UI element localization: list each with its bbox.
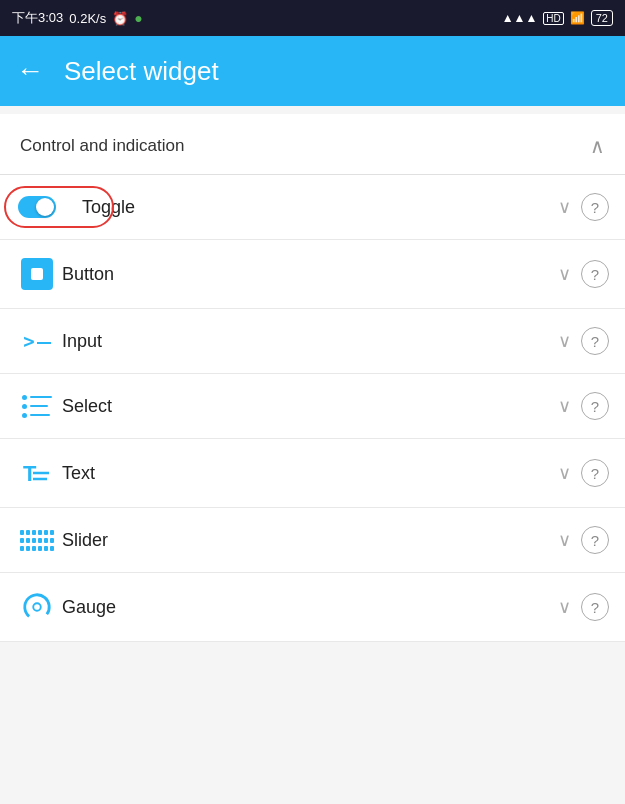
button-icon-inner (31, 268, 43, 280)
hd-badge: HD (543, 12, 563, 25)
input-help-button[interactable]: ? (581, 327, 609, 355)
widget-item-gauge[interactable]: Gauge ∨ ? (0, 573, 625, 642)
gauge-actions: ∨ ? (558, 593, 609, 621)
text-icon-container: T (16, 457, 58, 489)
toggle-icon-container (16, 196, 58, 218)
slider-actions: ∨ ? (558, 526, 609, 554)
svg-point-4 (33, 603, 41, 611)
toggle-label: Toggle (78, 197, 558, 218)
gauge-label: Gauge (58, 597, 558, 618)
signal-icon: ▲▲▲ (502, 11, 538, 25)
widget-item-toggle[interactable]: Toggle ∨ ? (0, 175, 625, 240)
button-help-button[interactable]: ? (581, 260, 609, 288)
toggle-expand-icon[interactable]: ∨ (558, 196, 571, 218)
gauge-icon-container (16, 591, 58, 623)
widget-item-text[interactable]: T Text ∨ ? (0, 439, 625, 508)
page-title: Select widget (64, 56, 219, 87)
back-button[interactable]: ← (16, 57, 44, 85)
slider-label: Slider (58, 530, 558, 551)
text-expand-icon[interactable]: ∨ (558, 462, 571, 484)
select-line-1 (22, 395, 52, 400)
button-label: Button (58, 264, 558, 285)
select-line-2 (22, 404, 52, 409)
text-help-button[interactable]: ? (581, 459, 609, 487)
battery-indicator: 72 (591, 10, 613, 26)
section-title: Control and indication (20, 136, 184, 156)
text-icon: T (21, 457, 53, 489)
widget-item-button[interactable]: Button ∨ ? (0, 240, 625, 309)
slider-help-button[interactable]: ? (581, 526, 609, 554)
input-icon-container: > (16, 330, 58, 352)
input-actions: ∨ ? (558, 327, 609, 355)
gauge-icon (21, 591, 53, 623)
select-icon-container (16, 393, 58, 420)
section-header[interactable]: Control and indication ∧ (0, 114, 625, 175)
status-network: 0.2K/s (69, 11, 106, 26)
toggle-help-button[interactable]: ? (581, 193, 609, 221)
slider-icon (20, 530, 54, 551)
toggle-highlight (18, 196, 56, 218)
text-actions: ∨ ? (558, 459, 609, 487)
widget-item-input[interactable]: > Input ∨ ? (0, 309, 625, 374)
wifi-icon: 📶 (570, 11, 585, 25)
status-time: 下午3:03 (12, 9, 63, 27)
status-bar: 下午3:03 0.2K/s ⏰ ● ▲▲▲ HD 📶 72 (0, 0, 625, 36)
button-actions: ∨ ? (558, 260, 609, 288)
widget-item-select[interactable]: Select ∨ ? (0, 374, 625, 439)
button-icon-container (16, 258, 58, 290)
button-icon (21, 258, 53, 290)
dot-icon: ● (134, 10, 142, 26)
input-icon: > (23, 330, 50, 352)
content-area: Control and indication ∧ Toggle ∨ ? Butt… (0, 114, 625, 642)
alarm-icon: ⏰ (112, 11, 128, 26)
button-expand-icon[interactable]: ∨ (558, 263, 571, 285)
toggle-actions: ∨ ? (558, 193, 609, 221)
status-right: ▲▲▲ HD 📶 72 (502, 10, 613, 26)
svg-point-3 (21, 590, 53, 624)
section-collapse-icon[interactable]: ∧ (590, 134, 605, 158)
slider-icon-container (16, 530, 58, 551)
toggle-icon (18, 196, 56, 218)
gauge-expand-icon[interactable]: ∨ (558, 596, 571, 618)
gauge-help-button[interactable]: ? (581, 593, 609, 621)
input-label: Input (58, 331, 558, 352)
select-actions: ∨ ? (558, 392, 609, 420)
select-line-3 (22, 413, 52, 418)
app-bar: ← Select widget (0, 36, 625, 106)
widget-item-slider[interactable]: Slider ∨ ? (0, 508, 625, 573)
select-label: Select (58, 396, 558, 417)
select-help-button[interactable]: ? (581, 392, 609, 420)
select-icon (20, 393, 54, 420)
slider-expand-icon[interactable]: ∨ (558, 529, 571, 551)
input-expand-icon[interactable]: ∨ (558, 330, 571, 352)
select-expand-icon[interactable]: ∨ (558, 395, 571, 417)
status-left: 下午3:03 0.2K/s ⏰ ● (12, 9, 143, 27)
text-label: Text (58, 463, 558, 484)
